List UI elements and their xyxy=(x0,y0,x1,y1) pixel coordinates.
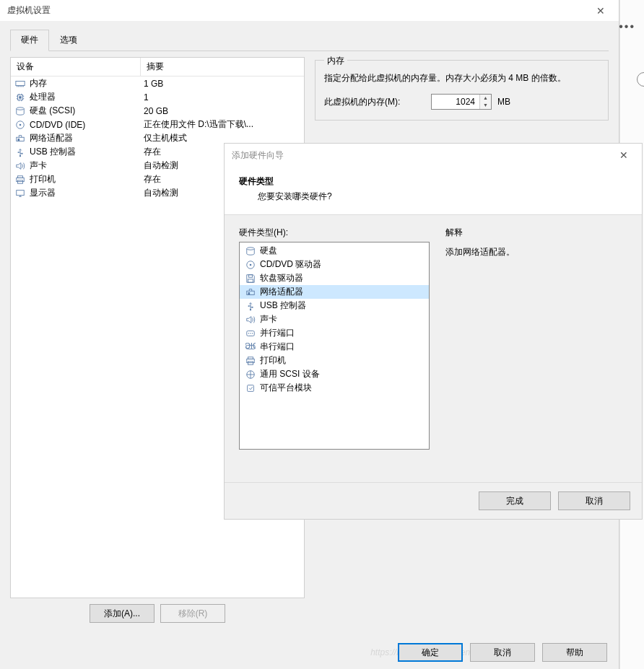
hardware-type-item[interactable]: 网络适配器 xyxy=(240,285,429,299)
printer-icon xyxy=(244,356,257,366)
sound-icon xyxy=(14,161,27,171)
net-icon xyxy=(244,287,257,297)
hardware-type-label: 硬件类型(H): xyxy=(239,227,430,239)
help-button[interactable]: 帮助 xyxy=(542,643,607,662)
wizard-cancel-button[interactable]: 取消 xyxy=(558,491,630,510)
hardware-type-label: 网络适配器 xyxy=(257,286,303,298)
hardware-type-item[interactable]: 通用 SCSI 设备 xyxy=(240,367,429,381)
device-list-header: 设备 摘要 xyxy=(11,58,304,76)
hardware-type-item[interactable]: USB 控制器 xyxy=(240,299,429,312)
wizard-title: 添加硬件向导 xyxy=(232,149,613,162)
hardware-type-label: 可信平台模块 xyxy=(257,382,312,394)
hardware-type-item[interactable]: 并行端口 xyxy=(240,326,429,340)
cd-icon xyxy=(14,120,27,130)
device-name: 处理器 xyxy=(27,91,141,103)
spinner-up-icon[interactable]: ▲ xyxy=(480,95,491,102)
memory-input[interactable] xyxy=(432,95,479,109)
hardware-type-item[interactable]: 可信平台模块 xyxy=(240,381,429,395)
hardware-type-item[interactable]: 串行端口 xyxy=(240,340,429,354)
tabs: 硬件 选项 xyxy=(10,29,609,51)
sound-icon xyxy=(244,315,257,325)
memory-legend: 内存 xyxy=(324,55,347,67)
explain-text: 添加网络适配器。 xyxy=(445,246,627,258)
device-summary: 20 GB xyxy=(141,106,301,116)
device-row[interactable]: 内存1 GB xyxy=(11,76,304,90)
tab-options[interactable]: 选项 xyxy=(49,30,88,51)
wizard-finish-button[interactable]: 完成 xyxy=(479,491,551,510)
hardware-type-item[interactable]: CD/DVD 驱动器 xyxy=(240,258,429,271)
device-name: 打印机 xyxy=(27,173,141,185)
spinner-down-icon[interactable]: ▼ xyxy=(480,102,491,109)
device-name: CD/DVD (IDE) xyxy=(27,120,141,130)
hardware-type-list[interactable]: 硬盘CD/DVD 驱动器软盘驱动器网络适配器USB 控制器声卡并行端口串行端口打… xyxy=(239,242,430,450)
memory-fieldset: 内存 指定分配给此虚拟机的内存量。内存大小必须为 4 MB 的倍数。 此虚拟机的… xyxy=(315,60,609,121)
header-device[interactable]: 设备 xyxy=(11,58,141,76)
dialog-footer: 确定 取消 帮助 xyxy=(398,643,607,662)
more-icon[interactable]: ••• xyxy=(619,20,635,33)
add-device-button[interactable]: 添加(A)... xyxy=(90,604,155,623)
parallel-icon xyxy=(244,328,257,338)
memory-description: 指定分配给此虚拟机的内存量。内存大小必须为 4 MB 的倍数。 xyxy=(324,71,599,85)
device-name: 硬盘 (SCSI) xyxy=(27,105,141,117)
refresh-icon[interactable] xyxy=(637,72,644,87)
header-summary[interactable]: 摘要 xyxy=(141,58,304,76)
hardware-type-label: 通用 SCSI 设备 xyxy=(257,368,320,380)
usb-icon xyxy=(14,147,27,157)
serial-icon xyxy=(244,342,257,352)
hardware-type-label: CD/DVD 驱动器 xyxy=(257,258,321,271)
disk-icon xyxy=(244,246,257,256)
hardware-type-label: USB 控制器 xyxy=(257,299,306,312)
hardware-type-label: 并行端口 xyxy=(257,327,295,339)
hardware-type-label: 打印机 xyxy=(257,354,286,367)
device-summary: 1 xyxy=(141,92,301,102)
cpu-icon xyxy=(14,92,27,102)
memory-icon xyxy=(14,79,27,89)
device-name: 显示器 xyxy=(27,187,141,199)
hardware-type-item[interactable]: 打印机 xyxy=(240,354,429,367)
display-icon xyxy=(14,188,27,198)
device-name: USB 控制器 xyxy=(27,146,141,158)
wizard-titlebar: 添加硬件向导 ✕ xyxy=(225,144,642,167)
explain-label: 解释 xyxy=(445,227,627,239)
usb-icon xyxy=(244,301,257,311)
wizard-heading: 硬件类型 xyxy=(239,175,627,188)
hardware-type-label: 软盘驱动器 xyxy=(257,272,303,284)
ok-button[interactable]: 确定 xyxy=(398,643,463,662)
device-name: 网络适配器 xyxy=(27,132,141,144)
memory-unit: MB xyxy=(497,97,510,107)
scsi-icon xyxy=(244,370,257,380)
memory-spinner[interactable]: ▲▼ xyxy=(431,94,492,110)
device-row[interactable]: CD/DVD (IDE)正在使用文件 D:\迅雷下载\... xyxy=(11,118,304,131)
wizard-footer: 完成 取消 xyxy=(225,482,642,519)
hardware-type-label: 串行端口 xyxy=(257,341,295,353)
device-row[interactable]: 硬盘 (SCSI)20 GB xyxy=(11,104,304,118)
net-icon xyxy=(14,134,27,144)
floppy-icon xyxy=(244,274,257,284)
hardware-type-label: 硬盘 xyxy=(257,245,277,257)
device-summary: 1 GB xyxy=(141,79,301,89)
hardware-type-label: 声卡 xyxy=(257,313,277,325)
titlebar: 虚拟机设置 ✕ xyxy=(0,0,619,22)
device-name: 内存 xyxy=(27,77,141,89)
wizard-subheading: 您要安装哪类硬件? xyxy=(239,191,627,203)
device-summary: 正在使用文件 D:\迅雷下载\... xyxy=(141,118,301,131)
add-hardware-wizard: 添加硬件向导 ✕ 硬件类型 您要安装哪类硬件? 硬件类型(H): 硬盘CD/DV… xyxy=(224,143,643,520)
device-name: 声卡 xyxy=(27,159,141,172)
window-title: 虚拟机设置 xyxy=(7,4,590,17)
hardware-type-item[interactable]: 声卡 xyxy=(240,312,429,326)
hardware-type-item[interactable]: 软盘驱动器 xyxy=(240,271,429,285)
wizard-close-icon[interactable]: ✕ xyxy=(613,149,635,161)
disk-icon xyxy=(14,106,27,116)
hardware-type-item[interactable]: 硬盘 xyxy=(240,244,429,258)
device-row[interactable]: 处理器1 xyxy=(11,90,304,104)
memory-field-label: 此虚拟机的内存(M): xyxy=(324,96,425,108)
cancel-button[interactable]: 取消 xyxy=(470,643,535,662)
wizard-header: 硬件类型 您要安装哪类硬件? xyxy=(225,167,642,215)
tab-hardware[interactable]: 硬件 xyxy=(10,30,49,51)
close-icon[interactable]: ✕ xyxy=(590,5,612,17)
remove-device-button[interactable]: 移除(R) xyxy=(160,604,225,623)
cd-icon xyxy=(244,260,257,270)
tpm-icon xyxy=(244,383,257,393)
printer-icon xyxy=(14,175,27,185)
